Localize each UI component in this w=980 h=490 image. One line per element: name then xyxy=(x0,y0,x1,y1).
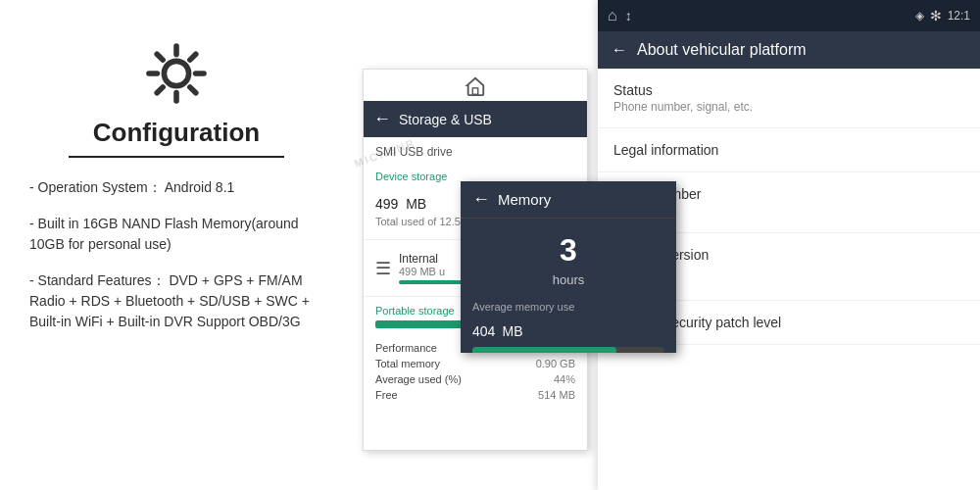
memory-hours-label: hours xyxy=(461,272,676,297)
svg-rect-9 xyxy=(472,88,478,94)
memory-bar-bg xyxy=(472,347,664,353)
status-home-icon: ⌂ xyxy=(608,7,617,24)
avg-memory-value: 404 MB xyxy=(461,313,676,347)
status-usb-icon: ↕ xyxy=(625,8,632,24)
about-status-title: Status xyxy=(613,82,964,98)
about-item-status[interactable]: Status Phone number, signal, etc. xyxy=(598,69,980,128)
stat-value-2: 44% xyxy=(554,373,575,385)
stat-row-3: Free 514 MB xyxy=(375,387,575,403)
status-right: ◈ ✻ 12:1 xyxy=(915,8,970,24)
about-legal-title: Legal information xyxy=(613,142,964,158)
svg-line-6 xyxy=(190,87,196,93)
gear-icon xyxy=(142,39,211,108)
about-item-legal[interactable]: Legal information xyxy=(598,128,980,172)
status-left: ⌂ ↕ xyxy=(608,7,632,24)
svg-line-7 xyxy=(190,54,196,60)
storage-home-row xyxy=(364,70,587,101)
config-list: - Operation System： Android 8.1 - Built … xyxy=(20,177,333,348)
about-title: About vehicular platform xyxy=(637,41,807,59)
status-time: 12:1 xyxy=(948,9,970,23)
status-bluetooth-icon: ✻ xyxy=(930,8,942,24)
svg-point-0 xyxy=(164,61,188,85)
stat-value-3: 514 MB xyxy=(538,389,575,401)
memory-panel: ← Memory 3 hours Average memory use 404 … xyxy=(461,181,676,353)
status-location-icon: ◈ xyxy=(915,9,924,23)
config-item-1: - Built in 16GB NAND Flash Memory(around… xyxy=(29,214,333,255)
smi-label: SMI USB drive xyxy=(364,137,587,163)
about-status-sub: Phone number, signal, etc. xyxy=(613,100,964,114)
memory-title: Memory xyxy=(498,191,551,208)
stat-value-1: 0.90 GB xyxy=(536,358,575,369)
storage-title: Storage & USB xyxy=(399,112,492,127)
about-back-arrow[interactable]: ← xyxy=(612,41,627,59)
svg-line-8 xyxy=(157,87,163,93)
config-divider xyxy=(69,156,284,158)
stat-row-1: Total memory 0.90 GB xyxy=(375,356,575,371)
svg-line-5 xyxy=(157,54,163,60)
stat-label-1: Total memory xyxy=(375,358,440,369)
about-status-bar: ⌂ ↕ ◈ ✻ 12:1 xyxy=(598,0,980,31)
memory-bar-fill xyxy=(472,347,616,353)
stat-label-3: Free xyxy=(375,389,398,401)
internal-icon: ☰ xyxy=(375,258,391,279)
left-panel: Configuration - Operation System： Androi… xyxy=(0,0,353,490)
stat-label-0: Performance xyxy=(375,342,437,354)
memory-back-arrow[interactable]: ← xyxy=(472,189,490,210)
config-item-2: - Standard Features： DVD + GPS + FM/AM R… xyxy=(29,270,333,332)
storage-back-arrow[interactable]: ← xyxy=(373,109,391,129)
memory-hours-value: 3 xyxy=(560,232,577,269)
config-title: Configuration xyxy=(93,118,260,148)
avg-memory-label: Average memory use xyxy=(461,297,676,313)
about-header: ← About vehicular platform xyxy=(598,31,980,69)
home-icon xyxy=(465,75,486,97)
memory-header: ← Memory xyxy=(461,181,676,219)
storage-header: ← Storage & USB xyxy=(364,101,587,137)
stat-row-2: Average used (%) 44% xyxy=(375,371,575,387)
config-item-0: - Operation System： Android 8.1 xyxy=(29,177,333,198)
stat-label-2: Average used (%) xyxy=(375,373,462,385)
